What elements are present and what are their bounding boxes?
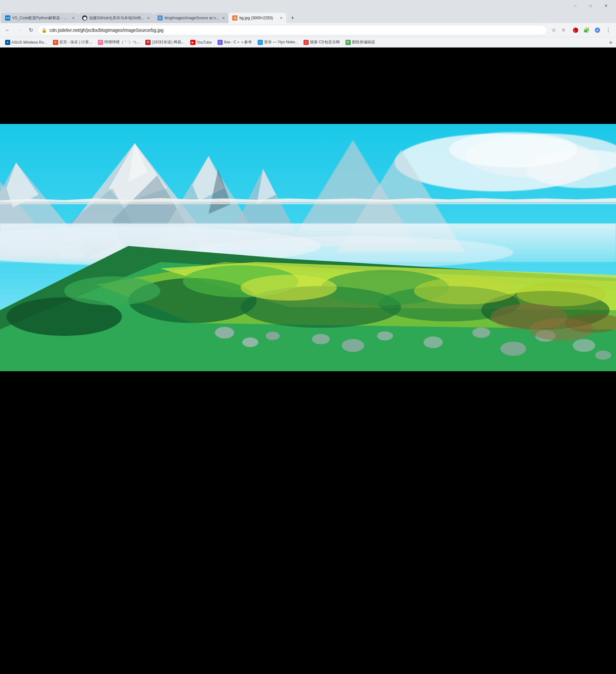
tab-close-blog[interactable]: ✕ — [221, 15, 226, 20]
bookmark-favicon-yiyo: Y — [258, 40, 263, 45]
tab-close-gh[interactable]: ✕ — [146, 15, 151, 20]
painting-area — [0, 124, 616, 371]
tab-favicon-gh: ⬤ — [82, 15, 87, 20]
bookmark-netease[interactable]: 网 (182封未读) 网易... — [143, 38, 187, 46]
maximize-button[interactable]: □ — [583, 1, 598, 11]
bookmark-pic-editor[interactable]: 图 图怪兽编辑器 — [343, 38, 377, 46]
bookmark-bilibili[interactable]: 哔 哔哩哔哩（ '· `）つ... — [95, 38, 142, 46]
bookmark-favicon-email: 网 — [145, 40, 150, 45]
bookmark-label-yt: YouTube — [197, 40, 212, 45]
bookmark-favicon-yt: ▶ — [190, 40, 195, 45]
bookmark-favicon-itoa: C — [217, 40, 223, 45]
bookmark-itoa[interactable]: C itoa - C＋＋参考 — [215, 38, 255, 46]
tab-title-vs: VS_Code配置Python解释器 - H... — [12, 15, 69, 21]
tab-bg-jpg[interactable]: 🖼 bg.jpg (3000×2250) ✕ — [228, 13, 286, 23]
extension-button[interactable]: 🧩 — [581, 25, 592, 35]
svg-point-43 — [215, 327, 234, 338]
minimize-button[interactable]: ─ — [568, 1, 583, 11]
bookmark-label-netease: (182封未读) 网易... — [152, 39, 184, 45]
svg-point-47 — [342, 339, 364, 352]
svg-point-40 — [241, 275, 337, 301]
bookmark-youtube[interactable]: ▶ YouTube — [188, 38, 214, 46]
svg-point-44 — [242, 337, 258, 347]
bookmark-luogu[interactable]: 洛 首页 - 洛谷 | 计算... — [50, 38, 95, 46]
window-controls: ─ □ ✕ — [568, 1, 613, 11]
svg-point-46 — [312, 334, 330, 344]
svg-point-41 — [414, 277, 516, 305]
bookmark-asus[interactable]: A ASUS Wireless Ro... — [3, 38, 50, 46]
tab-blog-images[interactable]: B blogImages/imageSource at n... ✕ — [154, 13, 228, 23]
extensions-puzzle-button[interactable]: ⋮ — [603, 25, 613, 35]
bookmark-favicon-pic: 图 — [345, 40, 351, 45]
svg-text:A: A — [596, 28, 599, 32]
bookmark-favicon-cd: C — [304, 40, 309, 45]
lastpass-icon[interactable]: L — [571, 25, 581, 35]
tab-close-vs[interactable]: ✕ — [70, 15, 76, 20]
reload-button[interactable]: ↻ — [26, 25, 36, 35]
black-band-top — [0, 47, 616, 124]
toolbar: ← → ↻ 🔒 ☆ G L 🧩 A ⋮ — [0, 23, 616, 37]
lock-icon: 🔒 — [41, 28, 47, 33]
bookmark-label-asus: ASUS Wireless Ro... — [12, 40, 47, 45]
new-tab-button[interactable]: + — [288, 13, 298, 23]
address-bar-wrapper[interactable]: 🔒 — [37, 25, 547, 35]
tab-title-blog: blogImages/imageSource at n... — [165, 16, 219, 20]
svg-point-53 — [573, 339, 595, 352]
tab-bar: VS VS_Code配置Python解释器 - H... ✕ ⬤ 创建GitHu… — [0, 12, 616, 23]
forward-button[interactable]: → — [14, 25, 24, 35]
bookmarks-bar: A ASUS Wireless Ro... 洛 首页 - 洛谷 | 计算... … — [0, 37, 616, 47]
address-input[interactable] — [49, 28, 543, 33]
bookmark-label-cd: 搜索 CD包音乐网 — [310, 39, 340, 45]
black-band-bottom — [0, 371, 616, 674]
tab-favicon-blog: B — [158, 15, 163, 20]
svg-point-45 — [266, 332, 280, 340]
svg-point-49 — [424, 337, 443, 348]
bookmark-favicon-luogu: 洛 — [53, 40, 58, 45]
bookmark-yiyo[interactable]: Y 登录 — Yiyo Netw... — [255, 38, 301, 46]
bookmark-label-bili: 哔哩哔哩（ '· `）つ... — [104, 39, 140, 45]
bookmarks-more-button[interactable]: » — [608, 38, 613, 46]
bookmark-star-button[interactable]: ☆ — [549, 25, 559, 35]
watercolor-painting — [0, 124, 616, 371]
title-bar: ─ □ ✕ — [0, 0, 616, 12]
bookmark-label-yiyo: 登录 — Yiyo Netw... — [264, 39, 298, 45]
bookmark-favicon-bili: 哔 — [98, 40, 103, 45]
profile-button[interactable]: A — [592, 25, 603, 35]
svg-text:L: L — [574, 28, 576, 32]
window-chrome: ─ □ ✕ VS VS_Code配置Python解释器 - H... ✕ ⬤ 创… — [0, 0, 616, 47]
bookmark-cd-music[interactable]: C 搜索 CD包音乐网 — [301, 38, 342, 46]
translate-button[interactable]: G — [560, 25, 570, 35]
svg-point-42 — [516, 282, 606, 306]
tab-favicon-img: 🖼 — [232, 15, 238, 20]
tab-github[interactable]: ⬤ 创建GitHub仓库并与本地Git拷... ✕ — [78, 13, 154, 23]
tab-title-gh: 创建GitHub仓库并与本地Git拷... — [89, 15, 144, 21]
back-button[interactable]: ← — [3, 25, 13, 35]
svg-point-9 — [449, 132, 578, 167]
bookmark-label-itoa: itoa - C＋＋参考 — [224, 39, 252, 45]
tab-favicon-vs: VS — [5, 15, 10, 20]
svg-point-54 — [595, 351, 611, 360]
bookmark-label-pic: 图怪兽编辑器 — [352, 39, 375, 45]
svg-point-50 — [472, 328, 490, 338]
toolbar-right-icons: ☆ G L 🧩 A ⋮ — [549, 25, 613, 35]
tab-title-img: bg.jpg (3000×2250) — [239, 16, 277, 20]
tab-vs-code[interactable]: VS VS_Code配置Python解释器 - H... ✕ — [1, 13, 78, 23]
svg-point-51 — [500, 342, 526, 356]
bookmark-favicon-asus: A — [5, 40, 10, 45]
tab-close-img[interactable]: ✕ — [279, 15, 284, 20]
svg-text:G: G — [563, 28, 565, 32]
svg-point-48 — [377, 331, 393, 340]
close-button[interactable]: ✕ — [599, 1, 613, 11]
svg-point-37 — [64, 276, 160, 305]
bookmark-label-luogu: 首页 - 洛谷 | 计算... — [59, 39, 92, 45]
